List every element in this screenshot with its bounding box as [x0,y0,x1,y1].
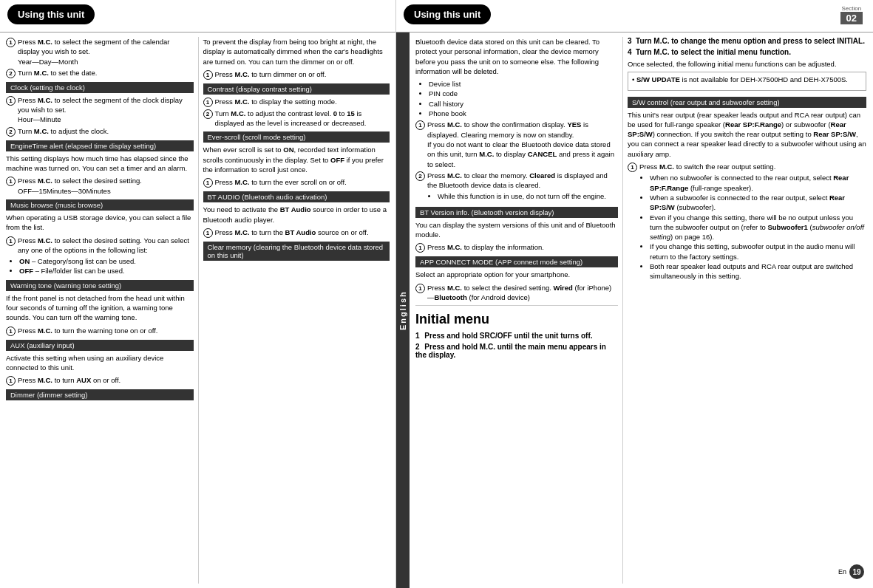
bt-version-text: You can display the system versions of t… [415,220,618,240]
num-ac1: 1 [415,284,425,293]
cm-item-1: 1 Press M.C. to show the confirmation di… [415,120,618,168]
sw-bullet-3: Even if you change this setting, there w… [650,213,866,242]
right-section-header: Using this unit [404,4,491,24]
num-e1: 1 [6,177,16,186]
num-cm1: 1 [415,120,425,130]
music-bullet-1: ON – Category/song list can be used. [19,256,194,266]
bt-audio-text: You need to activate the BT Audio source… [203,205,390,225]
bt-version-item-1: 1 Press M.C. to display the information. [415,242,618,253]
cm-bullet-4: Phone book [429,109,618,118]
step-3: 3 Turn M.C. to change the menu option an… [628,37,866,45]
num-bv1: 1 [415,243,425,253]
clock-text-2: Turn M.C. to adjust the clock. [18,126,194,136]
bt-audio-title: BT AUDIO (Bluetooth audio activation) [203,191,390,202]
contrast-item-2: 2 Turn M.C. to adjust the contrast level… [203,109,390,129]
num-d1: 1 [203,70,213,80]
bt-audio-item-1: 1 Press M.C. to turn the BT Audio source… [203,228,390,238]
right-header-row: Using this unit Section 02 [396,0,873,33]
section-num: 02 [840,12,863,24]
page-num-area: En 19 [838,564,864,579]
left-page: Using this unit 1 Press M.C. to select t… [0,0,396,588]
bt-version-text-1: Press M.C. to display the information. [427,242,618,252]
num-bt1: 1 [203,228,213,238]
sw-control-text-1: Press M.C. to switch the rear output set… [639,162,866,283]
app-connect-text: Select an appropriate option for your sm… [415,270,618,279]
app-connect-title: APP CONNECT MODE (APP connect mode setti… [415,256,618,267]
step-4: 4 Turn M.C. to select the initial menu f… [628,48,866,56]
num-1: 1 [6,38,16,47]
left-section-header: Using this unit [7,4,95,24]
en-label: En [838,568,846,575]
contrast-text-2: Turn M.C. to adjust the contrast level. … [215,109,390,129]
cm-bullet-2: PIN code [429,89,618,98]
num-es1: 1 [203,178,213,188]
cm-bullet-3: Call history [429,99,618,109]
cal-text-2: Turn M.C. to set the date. [18,68,194,78]
aux-item-1: 1 Press M.C. to turn AUX on or off. [6,375,194,386]
num-c1: 1 [6,96,16,106]
warning-text: If the front panel is not detached from … [6,293,194,323]
contrast-title: Contrast (display contrast setting) [203,83,390,95]
num-con1: 1 [203,98,213,107]
engine-item-1: 1 Press M.C. to select the desired setti… [6,176,194,196]
num-cm2: 2 [415,171,425,181]
divider-1 [415,305,618,306]
right-page-right-col: 3 Turn M.C. to change the menu option an… [622,37,866,584]
num-sw1: 1 [628,163,637,172]
dimmer-text-1: Press M.C. to turn dimmer on or off. [215,69,390,79]
ever-scroll-item-1: 1 Press M.C. to turn the ever scroll on … [203,177,390,188]
sw-update-note: • S/W UPDATE is not available for DEH-X7… [632,75,862,84]
clock-text-1: Press M.C. to select the segment of the … [18,95,194,125]
sw-bullet-2: When a subwoofer is connected to the rea… [650,193,866,213]
clock-title: Clock (setting the clock) [6,82,194,93]
cal-text-1: Press M.C. to select the segment of the … [18,37,194,66]
app-connect-text-1: Press M.C. to select the desired setting… [427,283,618,303]
clear-memory-text: Bluetooth device data stored on this uni… [415,37,618,76]
step-2: 2 Press and hold M.C. until the main men… [415,343,618,359]
step-1: 1 Press and hold SRC/OFF until the unit … [415,332,618,340]
right-page: Using this unit Section 02 English Bluet… [396,0,873,588]
clock-item-1: 1 Press M.C. to select the segment of th… [6,95,194,125]
warning-item-1: 1 Press M.C. to turn the warning tone on… [6,326,194,336]
aux-text: Activate this setting when using an auxi… [6,353,194,373]
dimmer-text: To prevent the display from being too br… [203,37,390,66]
cm-text-1: Press M.C. to show the confirmation disp… [427,120,618,168]
music-bullets: ON – Category/song list can be used. OFF… [6,256,194,276]
num-c2: 2 [6,127,16,137]
dimmer-title: Dimmer (dimmer setting) [6,389,194,400]
sw-bullet-5: Both rear speaker lead outputs and RCA r… [650,261,866,281]
left-col: 1 Press M.C. to select the segment of th… [6,37,198,584]
music-item-1: 1 Press M.C. to select the desired setti… [6,236,194,256]
page-num: 19 [849,564,864,579]
engine-text: This setting displays how much time has … [6,154,194,174]
cm-item-2: 2 Press M.C. to clear the memory. Cleare… [415,171,618,203]
cm-text-2: Press M.C. to clear the memory. Cleared … [427,171,618,203]
warning-text-1: Press M.C. to turn the warning tone on o… [18,326,194,335]
cal-item-1: 1 Press M.C. to select the segment of th… [6,37,194,66]
sw-control-title: S/W control (rear output and subwoofer s… [628,97,866,108]
engine-title: EngineTime alert (elapsed time display s… [6,140,194,151]
contrast-text-1: Press M.C. to display the setting mode. [215,97,390,106]
cm-note-1: While this function is in use, do not tu… [438,191,618,201]
dimmer-item-1: 1 Press M.C. to turn dimmer on or off. [203,69,390,80]
sw-bullet-4: If you change this setting, subwoofer ou… [650,242,866,261]
warning-title: Warning tone (warning tone setting) [6,280,194,291]
num-2: 2 [6,69,16,78]
cal-item-2: 2 Turn M.C. to set the date. [6,68,194,78]
num-con2: 2 [203,109,213,119]
music-bullet-2: OFF – File/folder list can be used. [19,266,194,276]
bt-version-title: BT Version info. (Bluetooth version disp… [415,207,618,218]
left-header-row: Using this unit [0,0,395,33]
music-text-1: Press M.C. to select the desired setting… [18,236,194,256]
engine-text-1: Press M.C. to select the desired setting… [18,176,194,196]
ever-scroll-text-1: Press M.C. to turn the ever scroll on or… [215,177,390,187]
ever-scroll-title: Ever-scroll (scroll mode setting) [203,131,390,143]
num-w1: 1 [6,327,16,336]
sw-control-text: This unit's rear output (rear speaker le… [628,110,866,159]
initial-menu-title: Initial menu [415,312,618,327]
aux-title: AUX (auxiliary input) [6,340,194,351]
num-a1: 1 [6,376,16,386]
ever-scroll-text: When ever scroll is set to ON, recorded … [203,145,390,174]
step-4-text: Once selected, the following initial men… [628,59,866,69]
aux-text-1: Press M.C. to turn AUX on or off. [18,375,194,385]
